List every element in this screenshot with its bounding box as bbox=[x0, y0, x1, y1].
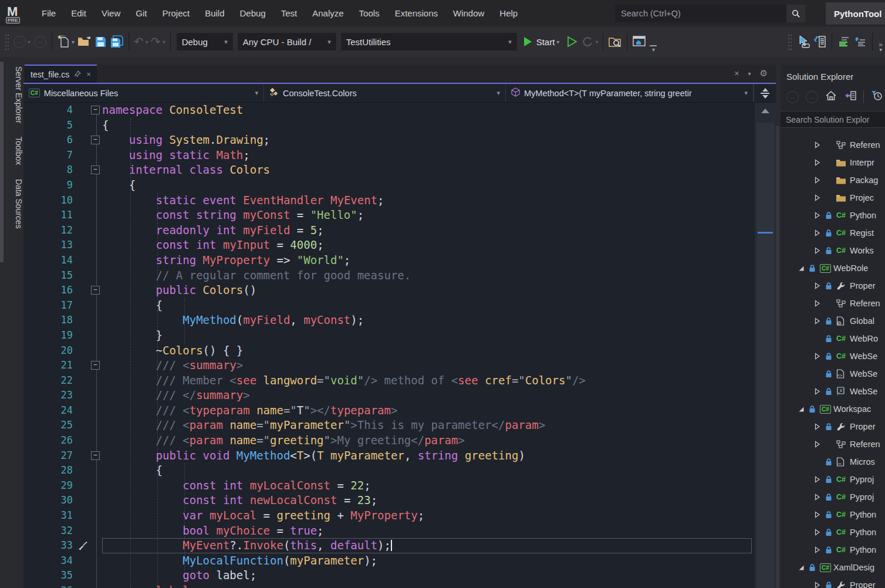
sync-with-active-document-icon[interactable] bbox=[844, 90, 856, 103]
solution-explorer-scrollbar[interactable] bbox=[776, 126, 779, 588]
undo-button[interactable]: ↶▾ bbox=[134, 32, 148, 51]
chevron-right-icon[interactable] bbox=[815, 177, 825, 184]
new-file-button[interactable]: ▾ bbox=[57, 32, 75, 51]
tree-item-webse[interactable]: C#WebSe bbox=[781, 347, 885, 365]
tree-item-webrole[interactable]: C#WebRole bbox=[781, 259, 885, 277]
navigate-forward-button[interactable]: → bbox=[33, 32, 47, 51]
menu-help[interactable]: Help bbox=[492, 0, 525, 26]
hot-reload-button[interactable]: ▾ bbox=[582, 32, 598, 51]
code-line-5[interactable]: 5{ bbox=[23, 118, 755, 133]
code-line-14[interactable]: 14 string MyProperty => "World"; bbox=[23, 253, 755, 268]
tool-window-tab-data-sources[interactable]: Data Sources bbox=[0, 174, 23, 262]
solution-explorer-search-input[interactable]: Search Solution Explor bbox=[781, 111, 885, 128]
code-line-4[interactable]: 4−namespace ConsoleTest bbox=[23, 103, 755, 118]
chevron-down-icon[interactable] bbox=[798, 265, 809, 272]
start-without-debugging-button[interactable] bbox=[565, 32, 579, 51]
tab-test-file[interactable]: test_file.cs × bbox=[25, 65, 97, 83]
tree-item-webse[interactable]: <>WebSe bbox=[781, 365, 885, 383]
chevron-down-icon[interactable] bbox=[798, 565, 809, 571]
chevron-right-icon[interactable] bbox=[815, 423, 825, 430]
chevron-right-icon[interactable] bbox=[815, 546, 825, 553]
find-in-files-button[interactable] bbox=[608, 32, 622, 51]
code-line-6[interactable]: 6− using System.Drawing; bbox=[23, 133, 755, 148]
tree-item-proper[interactable]: Proper bbox=[781, 277, 885, 295]
chevron-right-icon[interactable] bbox=[815, 529, 825, 536]
code-line-7[interactable]: 7 using static Math; bbox=[23, 148, 755, 163]
tree-item-packag[interactable]: Packag bbox=[781, 171, 885, 189]
settings-gear-icon[interactable]: ⚙ bbox=[760, 68, 768, 79]
chevron-right-icon[interactable] bbox=[815, 141, 825, 148]
quick-search-box[interactable]: Search (Ctrl+Q) bbox=[615, 5, 805, 22]
collapse-region-icon[interactable]: − bbox=[91, 361, 100, 370]
chevron-right-icon[interactable] bbox=[815, 247, 825, 254]
solution-configuration-dropdown[interactable]: Debug▾ bbox=[177, 33, 233, 50]
chevron-right-icon[interactable] bbox=[815, 159, 825, 166]
tool-window-tab-server-explorer[interactable]: Server Explorer bbox=[0, 62, 23, 144]
save-button[interactable] bbox=[93, 32, 107, 51]
code-line-29[interactable]: 29 const int myLocalConst = 22; bbox=[23, 478, 755, 494]
back-icon[interactable]: ← bbox=[786, 91, 799, 103]
collapse-region-icon[interactable]: − bbox=[91, 451, 100, 460]
undo-formatting-button[interactable] bbox=[853, 32, 867, 51]
menu-build[interactable]: Build bbox=[197, 0, 232, 26]
tree-item-webro[interactable]: C#WebRo bbox=[781, 330, 885, 347]
code-line-15[interactable]: 15 // A regular comment for good measure… bbox=[23, 268, 755, 283]
tree-item-workspac[interactable]: C#Workspac bbox=[781, 400, 885, 418]
tree-item-projec[interactable]: Projec bbox=[781, 189, 885, 207]
collapse-region-icon[interactable]: − bbox=[91, 165, 100, 174]
type-dropdown[interactable]: ConsoleTest.Colors ▾ bbox=[264, 84, 506, 102]
chevron-right-icon[interactable] bbox=[815, 441, 825, 448]
menu-extensions[interactable]: Extensions bbox=[387, 0, 445, 26]
tree-item-referen[interactable]: Referen bbox=[781, 136, 885, 154]
code-line-10[interactable]: 10 static event EventHandler MyEvent; bbox=[23, 193, 755, 208]
code-line-9[interactable]: 9 { bbox=[23, 178, 755, 193]
format-document-button[interactable] bbox=[837, 32, 851, 51]
code-line-16[interactable]: 16− public Colors() bbox=[23, 283, 755, 298]
code-line-12[interactable]: 12 readonly int myField = 5; bbox=[23, 223, 755, 238]
chevron-right-icon[interactable] bbox=[815, 476, 825, 483]
collapse-region-icon[interactable]: − bbox=[91, 106, 100, 114]
collapse-region-icon[interactable]: − bbox=[91, 286, 100, 295]
toolbar-drag-handle[interactable] bbox=[788, 33, 792, 50]
menu-view[interactable]: View bbox=[94, 0, 128, 26]
pending-changes-filter-icon[interactable] bbox=[871, 90, 883, 103]
open-folder-button[interactable] bbox=[77, 32, 91, 51]
startup-project-dropdown[interactable]: TestUtilities▾ bbox=[341, 33, 517, 50]
chevron-right-icon[interactable] bbox=[815, 582, 825, 588]
collapse-region-icon[interactable]: − bbox=[91, 136, 100, 144]
tree-item-interpr[interactable]: Interpr bbox=[781, 154, 885, 171]
chevron-right-icon[interactable] bbox=[815, 229, 825, 236]
project-dropdown[interactable]: C# Miscellaneous Files ▾ bbox=[23, 84, 264, 102]
member-dropdown[interactable]: MyMethod<T>(T myParameter, string greeti… bbox=[506, 84, 754, 102]
tree-item-micros[interactable]: ∞Micros bbox=[781, 453, 885, 471]
code-line-31[interactable]: 31 var myLocal = greeting + MyProperty; bbox=[23, 508, 755, 523]
close-icon[interactable]: × bbox=[86, 70, 91, 79]
toolbar-drag-handle[interactable] bbox=[5, 33, 9, 50]
code-line-28[interactable]: 28 { bbox=[23, 463, 755, 478]
code-line-27[interactable]: 27− public void MyMethod<T>(T myParamete… bbox=[23, 448, 755, 464]
select-element-button[interactable] bbox=[796, 32, 810, 51]
toolbar-overflow-button[interactable]: ▾ bbox=[650, 32, 657, 52]
solution-platform-dropdown[interactable]: Any CPU - Build /▾ bbox=[238, 33, 336, 50]
tree-item-xamldesig[interactable]: C#XamlDesig bbox=[781, 559, 885, 576]
menu-analyze[interactable]: Analyze bbox=[305, 0, 351, 26]
code-line-24[interactable]: 24 /// <typeparam name="T"></typeparam> bbox=[23, 403, 755, 418]
code-line-25[interactable]: 25 /// <param name="myParameter">This is… bbox=[23, 418, 755, 433]
code-line-20[interactable]: 20 ~Colors() { } bbox=[23, 343, 755, 359]
code-editor[interactable]: 4−namespace ConsoleTest5{6− using System… bbox=[23, 103, 755, 588]
save-all-button[interactable] bbox=[110, 32, 124, 51]
code-line-32[interactable]: 32 bool myChoice = true; bbox=[23, 523, 755, 539]
scroll-up-icon[interactable] bbox=[761, 109, 769, 113]
web-browser-home-button[interactable] bbox=[632, 32, 646, 51]
forward-icon[interactable]: → bbox=[806, 91, 818, 103]
menu-file[interactable]: File bbox=[34, 0, 63, 26]
code-line-36[interactable]: 36 label: bbox=[23, 583, 755, 588]
tree-item-regist[interactable]: C#Regist bbox=[781, 224, 885, 242]
toolbar-overflow-button[interactable]: »▾ bbox=[879, 32, 883, 52]
chevron-right-icon[interactable] bbox=[815, 194, 825, 201]
code-line-21[interactable]: 21− /// <summary> bbox=[23, 358, 755, 373]
menu-git[interactable]: Git bbox=[128, 0, 154, 26]
tree-item-proper[interactable]: Proper bbox=[781, 576, 885, 588]
menu-tools[interactable]: Tools bbox=[352, 0, 387, 26]
tree-item-global[interactable]: ⚙Global bbox=[781, 312, 885, 330]
